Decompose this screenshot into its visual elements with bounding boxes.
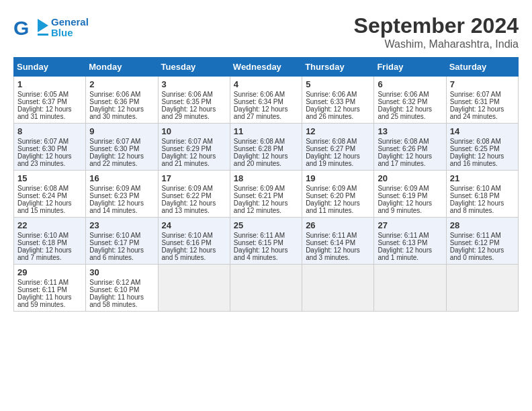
day-number: 21 [450, 173, 515, 183]
sunset-text: Sunset: 6:30 PM [89, 145, 139, 152]
calendar-cell [158, 265, 230, 312]
calendar-cell: 3 Sunrise: 6:06 AM Sunset: 6:35 PM Dayli… [158, 77, 230, 124]
calendar-cell: 19 Sunrise: 6:09 AM Sunset: 6:20 PM Dayl… [302, 171, 374, 218]
sunrise-text: Sunrise: 6:11 AM [378, 232, 429, 239]
day-number: 11 [234, 126, 298, 136]
sunrise-text: Sunrise: 6:07 AM [162, 138, 213, 145]
calendar-cell: 24 Sunrise: 6:10 AM Sunset: 6:16 PM Dayl… [158, 218, 230, 265]
daylight-text: Daylight: 12 hours and 3 minutes. [306, 246, 360, 261]
sunrise-text: Sunrise: 6:09 AM [378, 185, 429, 192]
daylight-text: Daylight: 12 hours and 19 minutes. [306, 152, 360, 167]
sunrise-text: Sunrise: 6:07 AM [450, 91, 501, 98]
sunset-text: Sunset: 6:12 PM [450, 239, 500, 246]
sunrise-text: Sunrise: 6:08 AM [378, 138, 429, 145]
logo-general: General [51, 17, 89, 28]
daylight-text: Daylight: 12 hours and 20 minutes. [234, 152, 288, 167]
calendar-cell: 18 Sunrise: 6:09 AM Sunset: 6:21 PM Dayl… [230, 171, 302, 218]
calendar-cell: 27 Sunrise: 6:11 AM Sunset: 6:13 PM Dayl… [374, 218, 446, 265]
calendar-cell: 11 Sunrise: 6:08 AM Sunset: 6:28 PM Dayl… [230, 124, 302, 171]
calendar-header-row: Sunday Monday Tuesday Wednesday Thursday… [14, 58, 519, 77]
day-number: 22 [17, 220, 82, 230]
daylight-text: Daylight: 12 hours and 1 minute. [378, 246, 432, 261]
sunset-text: Sunset: 6:10 PM [89, 286, 139, 293]
sunrise-text: Sunrise: 6:11 AM [306, 232, 357, 239]
sunrise-text: Sunrise: 6:10 AM [450, 185, 501, 192]
day-number: 4 [234, 79, 298, 89]
sunrise-text: Sunrise: 6:10 AM [162, 232, 213, 239]
calendar: Sunday Monday Tuesday Wednesday Thursday… [13, 57, 519, 312]
daylight-text: Daylight: 12 hours and 12 minutes. [234, 199, 288, 214]
daylight-text: Daylight: 12 hours and 22 minutes. [89, 152, 144, 167]
sunset-text: Sunset: 6:25 PM [450, 145, 500, 152]
sunrise-text: Sunrise: 6:06 AM [306, 91, 357, 98]
calendar-cell: 30 Sunrise: 6:12 AM Sunset: 6:10 PM Dayl… [86, 265, 158, 312]
day-number: 19 [306, 173, 370, 183]
header: G General Blue September 2024 Washim, Ma… [13, 13, 519, 50]
header-monday: Monday [86, 58, 158, 77]
day-number: 29 [17, 267, 82, 277]
sunrise-text: Sunrise: 6:08 AM [234, 138, 285, 145]
sunrise-text: Sunrise: 6:06 AM [234, 91, 285, 98]
page-title: September 2024 [354, 13, 519, 38]
sunrise-text: Sunrise: 6:06 AM [89, 91, 140, 98]
sunset-text: Sunset: 6:34 PM [234, 98, 283, 105]
daylight-text: Daylight: 12 hours and 16 minutes. [450, 152, 504, 167]
calendar-cell: 5 Sunrise: 6:06 AM Sunset: 6:33 PM Dayli… [302, 77, 374, 124]
calendar-cell: 10 Sunrise: 6:07 AM Sunset: 6:29 PM Dayl… [158, 124, 230, 171]
daylight-text: Daylight: 11 hours and 59 minutes. [17, 293, 72, 308]
logo-blue: Blue [51, 28, 89, 39]
sunrise-text: Sunrise: 6:08 AM [17, 185, 69, 192]
calendar-cell: 28 Sunrise: 6:11 AM Sunset: 6:12 PM Dayl… [446, 218, 518, 265]
sunrise-text: Sunrise: 6:10 AM [89, 232, 140, 239]
day-number: 28 [450, 220, 515, 230]
daylight-text: Daylight: 12 hours and 6 minutes. [89, 246, 144, 261]
sunset-text: Sunset: 6:31 PM [450, 98, 500, 105]
page-subtitle: Washim, Maharashtra, India [354, 38, 519, 50]
sunset-text: Sunset: 6:21 PM [234, 192, 283, 199]
sunset-text: Sunset: 6:35 PM [162, 98, 212, 105]
daylight-text: Daylight: 12 hours and 27 minutes. [234, 105, 288, 120]
sunset-text: Sunset: 6:19 PM [378, 192, 427, 199]
calendar-week-row: 8 Sunrise: 6:07 AM Sunset: 6:30 PM Dayli… [14, 124, 519, 171]
calendar-cell: 6 Sunrise: 6:06 AM Sunset: 6:32 PM Dayli… [374, 77, 446, 124]
day-number: 8 [17, 126, 82, 136]
day-number: 9 [89, 126, 154, 136]
day-number: 13 [378, 126, 442, 136]
calendar-cell: 22 Sunrise: 6:10 AM Sunset: 6:18 PM Dayl… [14, 218, 86, 265]
daylight-text: Daylight: 12 hours and 30 minutes. [89, 105, 144, 120]
day-number: 24 [162, 220, 226, 230]
sunset-text: Sunset: 6:20 PM [306, 192, 355, 199]
svg-rect-2 [38, 34, 48, 36]
header-friday: Friday [374, 58, 446, 77]
daylight-text: Daylight: 12 hours and 23 minutes. [17, 152, 72, 167]
calendar-cell [302, 265, 374, 312]
day-number: 5 [306, 79, 370, 89]
sunset-text: Sunset: 6:17 PM [89, 239, 139, 246]
header-wednesday: Wednesday [230, 58, 302, 77]
day-number: 3 [162, 79, 226, 89]
daylight-text: Daylight: 12 hours and 17 minutes. [378, 152, 432, 167]
daylight-text: Daylight: 12 hours and 21 minutes. [162, 152, 216, 167]
sunrise-text: Sunrise: 6:07 AM [17, 138, 69, 145]
sunrise-text: Sunrise: 6:07 AM [89, 138, 140, 145]
calendar-cell: 8 Sunrise: 6:07 AM Sunset: 6:30 PM Dayli… [14, 124, 86, 171]
day-number: 20 [378, 173, 442, 183]
sunset-text: Sunset: 6:30 PM [17, 145, 67, 152]
calendar-cell [230, 265, 302, 312]
calendar-cell: 15 Sunrise: 6:08 AM Sunset: 6:24 PM Dayl… [14, 171, 86, 218]
sunrise-text: Sunrise: 6:09 AM [162, 185, 213, 192]
sunset-text: Sunset: 6:36 PM [89, 98, 139, 105]
calendar-cell: 2 Sunrise: 6:06 AM Sunset: 6:36 PM Dayli… [86, 77, 158, 124]
sunrise-text: Sunrise: 6:11 AM [17, 279, 69, 286]
day-number: 25 [234, 220, 298, 230]
sunset-text: Sunset: 6:37 PM [17, 98, 67, 105]
day-number: 17 [162, 173, 226, 183]
calendar-week-row: 15 Sunrise: 6:08 AM Sunset: 6:24 PM Dayl… [14, 171, 519, 218]
calendar-cell: 25 Sunrise: 6:11 AM Sunset: 6:15 PM Dayl… [230, 218, 302, 265]
sunrise-text: Sunrise: 6:10 AM [17, 232, 69, 239]
day-number: 6 [378, 79, 442, 89]
daylight-text: Daylight: 12 hours and 26 minutes. [306, 105, 360, 120]
svg-marker-1 [38, 19, 48, 32]
day-number: 1 [17, 79, 82, 89]
day-number: 26 [306, 220, 370, 230]
